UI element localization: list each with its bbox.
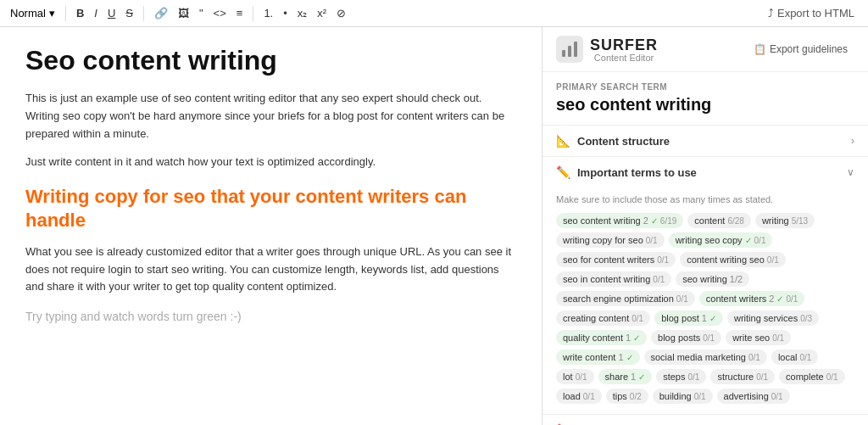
primary-term-section: PRIMARY SEARCH TERM seo content writing [542, 72, 868, 126]
clear-format-button[interactable]: ⊘ [333, 5, 349, 21]
tag[interactable]: creating content 0/1 [556, 310, 650, 326]
tag[interactable]: share 1 ✓ [598, 369, 653, 384]
important-terms-body: Make sure to include those as many times… [542, 187, 868, 414]
underline-button[interactable]: U [104, 5, 119, 21]
important-terms-desc: Make sure to include those as many times… [556, 194, 854, 204]
tag[interactable]: write content 1 ✓ [556, 350, 640, 365]
tag[interactable]: writing 5/13 [755, 213, 815, 228]
topics-section: ✏️ Topics and questions to answer ∨ Try … [542, 415, 868, 425]
important-terms-header[interactable]: ✏️ Important terms to use ∨ [542, 157, 868, 187]
typing-hint: Try typing and watch words turn green :-… [25, 310, 516, 323]
export-guidelines-label: Export guidelines [770, 43, 848, 55]
tag[interactable]: content 6/28 [687, 213, 751, 228]
editor-pane[interactable]: Seo content writing This is just an exam… [0, 27, 542, 425]
tags-container: seo content writing 2 ✓ 6/19content 6/28… [556, 213, 854, 404]
tag[interactable]: tips 0/2 [606, 389, 648, 404]
subscript-button[interactable]: x₂ [294, 5, 311, 21]
strikethrough-button[interactable]: S [122, 5, 136, 21]
surfer-logo-text: SURFER [590, 36, 658, 54]
content-structure-title: 📐 Content structure [556, 134, 670, 148]
topics-header[interactable]: ✏️ Topics and questions to answer ∨ [542, 415, 868, 425]
guidelines-icon: 📋 [754, 43, 766, 55]
svg-rect-0 [562, 50, 565, 57]
content-structure-label: Content structure [577, 135, 670, 148]
align-button[interactable]: ≡ [233, 5, 247, 21]
export-html-button[interactable]: ⤴ Export to HTML [761, 3, 861, 23]
tag[interactable]: building 0/1 [653, 389, 713, 404]
link-button[interactable]: 🔗 [151, 5, 171, 21]
tag[interactable]: load 0/1 [556, 389, 602, 404]
unordered-list-button[interactable]: • [280, 5, 291, 21]
content-structure-icon: 📐 [556, 134, 570, 148]
tag[interactable]: blog post 1 ✓ [654, 310, 723, 326]
tag[interactable]: writing services 0/3 [727, 310, 819, 326]
svg-rect-2 [574, 42, 577, 57]
doc-note: Just write content in it and watch how y… [25, 154, 516, 171]
tag[interactable]: seo content writing 2 ✓ 6/19 [556, 213, 683, 228]
surfer-logo-icon [556, 36, 583, 63]
toolbar: Normal ▾ B I U S 🔗 🖼 " <> ≡ 1. • x₂ x² ⊘… [0, 0, 868, 27]
surfer-subtitle: Content Editor [590, 53, 658, 63]
tag[interactable]: quality content 1 ✓ [556, 330, 647, 345]
style-chevron-icon: ▾ [49, 7, 55, 20]
style-label: Normal [10, 7, 46, 20]
content-structure-section: 📐 Content structure › [542, 126, 868, 157]
h2-text: Writing copy for seo that your content w… [25, 186, 466, 232]
tag[interactable]: advertising 0/1 [717, 389, 790, 404]
tag[interactable]: writing seo copy ✓ 0/1 [669, 232, 773, 248]
tag[interactable]: write seo 0/1 [726, 330, 791, 345]
quote-button[interactable]: " [196, 5, 207, 21]
tag[interactable]: structure 0/1 [710, 369, 775, 384]
main: Seo content writing This is just an exam… [0, 27, 868, 425]
svg-rect-1 [568, 46, 571, 57]
tag[interactable]: social media marketing 0/1 [644, 350, 767, 365]
tag[interactable]: search engine optimization 0/1 [556, 291, 695, 306]
tag[interactable]: content writers 2 ✓ 0/1 [699, 291, 805, 306]
tag[interactable]: seo writing 1/2 [676, 271, 749, 287]
important-terms-section: ✏️ Important terms to use ∨ Make sure to… [542, 157, 868, 415]
code-button[interactable]: <> [210, 5, 230, 21]
important-terms-chevron-icon: ∨ [847, 166, 854, 178]
primary-label: PRIMARY SEARCH TERM [556, 82, 854, 92]
export-html-label: Export to HTML [777, 7, 854, 20]
divider-2 [143, 6, 144, 21]
doc-title: Seo content writing [25, 44, 516, 76]
export-guidelines-button[interactable]: 📋 Export guidelines [747, 40, 854, 59]
content-structure-chevron-icon: › [851, 135, 854, 147]
export-icon: ⤴ [768, 7, 774, 20]
image-button[interactable]: 🖼 [175, 5, 192, 21]
tag[interactable]: complete 0/1 [779, 369, 845, 384]
ordered-list-button[interactable]: 1. [260, 5, 276, 21]
toolbar-left: Normal ▾ B I U S 🔗 🖼 " <> ≡ 1. • x₂ x² ⊘ [7, 5, 349, 21]
tag[interactable]: blog posts 0/1 [651, 330, 721, 345]
tag[interactable]: content writing seo 0/1 [680, 252, 786, 267]
divider-1 [65, 6, 66, 21]
surfer-header: SURFER Content Editor 📋 Export guideline… [542, 27, 868, 72]
doc-intro: This is just an example use of seo conte… [25, 90, 516, 143]
content-structure-header[interactable]: 📐 Content structure › [542, 126, 868, 156]
tag[interactable]: writing copy for seo 0/1 [556, 232, 665, 248]
surfer-logo: SURFER Content Editor [556, 36, 658, 63]
style-select[interactable]: Normal ▾ [7, 5, 58, 21]
important-terms-title: ✏️ Important terms to use [556, 165, 697, 179]
surfer-logo-svg [560, 40, 579, 59]
primary-term: seo content writing [556, 95, 854, 115]
important-terms-icon: ✏️ [556, 165, 570, 179]
tag[interactable]: seo for content writers 0/1 [556, 252, 676, 267]
tag[interactable]: seo in content writing 0/1 [556, 271, 671, 287]
right-panel: SURFER Content Editor 📋 Export guideline… [542, 27, 868, 425]
tag[interactable]: local 0/1 [771, 350, 819, 365]
tag[interactable]: steps 0/1 [656, 369, 706, 384]
important-terms-label: Important terms to use [577, 166, 697, 179]
bold-button[interactable]: B [73, 5, 87, 21]
doc-body: What you see is already customized edito… [25, 243, 516, 296]
doc-h2: Writing copy for seo that your content w… [25, 185, 516, 233]
tag[interactable]: lot 0/1 [556, 369, 594, 384]
divider-3 [253, 6, 253, 21]
superscript-button[interactable]: x² [314, 5, 330, 21]
italic-button[interactable]: I [91, 5, 101, 21]
surfer-logo-group: SURFER Content Editor [590, 36, 658, 63]
